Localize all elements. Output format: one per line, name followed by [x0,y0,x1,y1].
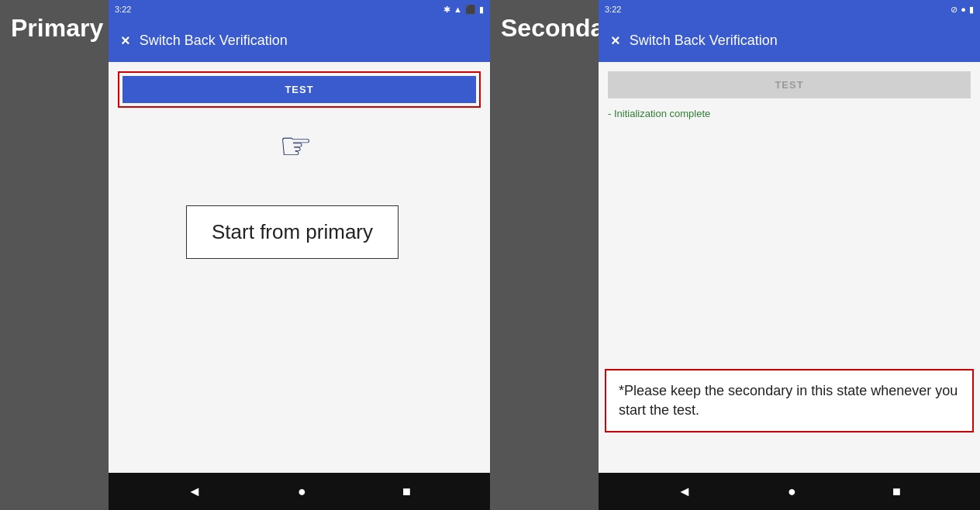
cursor-hand-icon: ☞ [279,124,312,167]
primary-bluetooth-icon: ✱ [443,5,450,15]
secondary-nav-bar: ◄ ● ■ [599,473,980,510]
primary-app-title: Switch Back Verification [140,33,288,49]
primary-status-icons: ✱ ▲ ⬛ ▮ [443,5,484,15]
secondary-app-bar: × Switch Back Verification [599,19,980,62]
secondary-close-icon[interactable]: × [611,32,620,50]
primary-content: TEST ☞ Start from primary [109,62,490,473]
primary-close-icon[interactable]: × [121,32,130,50]
primary-label: Primary [0,0,109,510]
secondary-wifi-icon: ● [961,5,966,14]
secondary-note-text: *Please keep the secondary in this state… [619,383,958,418]
primary-app-bar: × Switch Back Verification [109,19,490,62]
primary-signal-icon: ⬛ [465,5,476,15]
secondary-status-icons: ⊘ ● ▮ [951,5,974,15]
initialization-status: - Initialization complete [608,105,971,122]
primary-wifi-icon: ▲ [454,5,462,14]
primary-nav-bar: ◄ ● ■ [109,473,490,510]
primary-status-time: 3:22 [115,5,131,14]
secondary-nav-recents-button[interactable]: ■ [886,481,907,503]
secondary-note-box: *Please keep the secondary in this state… [605,369,974,432]
secondary-nav-home-button[interactable]: ● [782,481,802,503]
secondary-signal1-icon: ⊘ [951,5,958,15]
primary-battery-icon: ▮ [479,5,484,15]
primary-phone-frame: 3:22 ✱ ▲ ⬛ ▮ × Switch Back Verification … [109,0,490,510]
primary-test-button-wrapper: TEST [118,71,481,108]
secondary-battery-icon: ▮ [969,5,974,15]
secondary-nav-back-button[interactable]: ◄ [671,481,698,503]
primary-panel: Primary 3:22 ✱ ▲ ⬛ ▮ × Switch Back Verif… [0,0,490,510]
start-from-primary-box: Start from primary [186,205,399,259]
secondary-status-bar: 3:22 ⊘ ● ▮ [599,0,980,19]
primary-test-button[interactable]: TEST [122,76,476,103]
secondary-panel: Secondary 3:22 ⊘ ● ▮ × Switch Back Verif… [490,0,980,510]
primary-nav-back-button[interactable]: ◄ [181,481,208,503]
secondary-label: Secondary [490,0,599,510]
secondary-status-time: 3:22 [605,5,621,14]
secondary-test-button[interactable]: TEST [608,71,971,98]
primary-nav-home-button[interactable]: ● [292,481,312,503]
secondary-app-title: Switch Back Verification [630,33,778,49]
primary-status-bar: 3:22 ✱ ▲ ⬛ ▮ [109,0,490,19]
secondary-content: TEST - Initialization complete *Please k… [599,62,980,473]
secondary-phone-frame: 3:22 ⊘ ● ▮ × Switch Back Verification TE… [599,0,980,510]
primary-nav-recents-button[interactable]: ■ [396,481,417,503]
